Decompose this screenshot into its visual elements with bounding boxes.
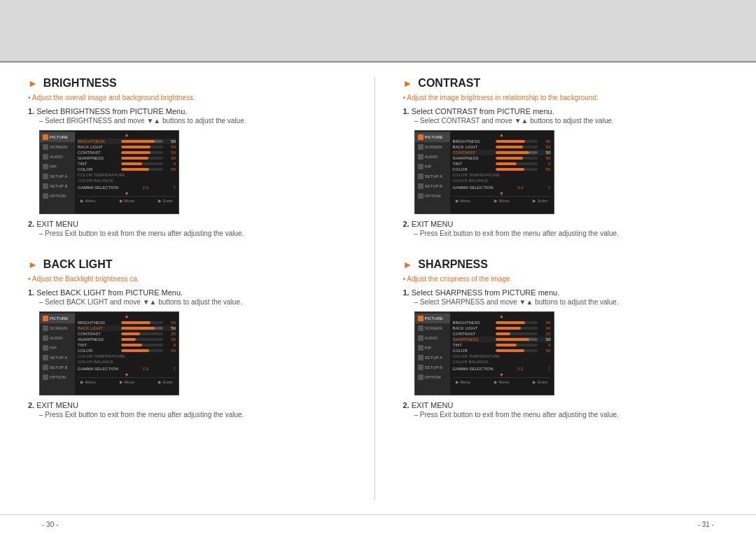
brightness-row-brightness: BRIGHTNESS 50 — [78, 139, 176, 144]
brightness-arrow-icon: ► — [28, 78, 38, 89]
sharpness-step1: 1. Select SHARPNESS from PICTURE menu. S… — [403, 288, 729, 306]
brightness-step1-text: Select BRIGHTNESS from PICTURE Menu. — [36, 107, 187, 115]
page-footer: - 30 - - 31 - — [0, 514, 756, 534]
backlight-title: ► BACK LIGHT — [28, 258, 354, 271]
contrast-step2: 2. EXIT MENU Press Exit button to exit f… — [403, 220, 729, 237]
left-column: ► BRIGHTNESS Adjust the overall image an… — [28, 77, 375, 500]
sharpness-highlight: Adjust the crispness of the image. — [403, 275, 729, 283]
backlight-step1-sub: Select BACK LIGHT and move ▼▲ buttons to… — [28, 298, 354, 306]
page-wrapper: ► BRIGHTNESS Adjust the overall image an… — [0, 0, 756, 534]
sidebar-setupb: SETUP B — [40, 181, 75, 191]
brightness-menu-main: ▲ BRIGHTNESS 50 BACK LIGHT 50 CONTR — [75, 131, 178, 213]
sharpness-row-sharpness: SHARPNESS 50 — [453, 337, 551, 342]
brightness-steps: 1. Select BRIGHTNESS from PICTURE Menu. … — [28, 107, 354, 125]
brightness-row-backlight: BACK LIGHT 50 — [78, 144, 176, 150]
right-column: ► CONTRAST Adjust the image brightness i… — [375, 77, 729, 500]
backlight-highlight: Adjust the Backlight brightness ca. — [28, 275, 354, 283]
backlight-menu-sidebar: PICTURE SCREEN AUDIO PIP SETUP A SETUP B… — [40, 312, 75, 395]
brightness-title: ► BRIGHTNESS — [28, 77, 354, 90]
sharpness-step1-text: Select SHARPNESS from PICTURE menu. — [412, 288, 560, 297]
backlight-heading: BACK LIGHT — [43, 258, 113, 271]
brightness-step1: 1. Select BRIGHTNESS from PICTURE Menu. … — [28, 107, 354, 125]
contrast-step1-text: Select CONTRAST from PICTURE menu. — [412, 107, 554, 115]
backlight-step1: 1. Select BACK LIGHT from PICTURE Menu. … — [28, 288, 354, 306]
contrast-menu-image: PICTURE SCREEN AUDIO PIP SETUP A SETUP B… — [414, 130, 554, 214]
brightness-step2-list: 2. EXIT MENU Press Exit button to exit f… — [28, 220, 354, 237]
content-area: ► BRIGHTNESS Adjust the overall image an… — [0, 63, 756, 514]
sidebar-setupa: SETUP A — [40, 171, 75, 181]
brightness-menu-image: PICTURE SCREEN AUDIO PIP — [39, 130, 179, 214]
sharpness-step2: 2. EXIT MENU Press Exit button to exit f… — [403, 401, 729, 419]
sharpness-arrow-icon: ► — [403, 259, 413, 270]
sharpness-heading: SHARPNESS — [418, 258, 488, 271]
brightness-row-colortemp: COLOR TEMPERATURE — [78, 172, 176, 178]
brightness-row-colorbal: COLOR BALANCE — [78, 178, 176, 183]
backlight-section: ► BACK LIGHT Adjust the Backlight bright… — [28, 258, 354, 419]
brightness-step2: 2. EXIT MENU Press Exit button to exit f… — [28, 220, 354, 237]
brightness-row-contrast: CONTRAST 50 — [78, 150, 176, 155]
contrast-heading: CONTRAST — [418, 77, 480, 90]
brightness-row-gamma: GAMMA SELECTION 2.2 ↕ — [78, 183, 176, 191]
backlight-menu-image: PICTURE SCREEN AUDIO PIP SETUP A SETUP B… — [39, 311, 179, 395]
sidebar-audio: AUDIO — [40, 152, 75, 162]
backlight-sidebar-picture: PICTURE — [40, 314, 75, 323]
brightness-row-color: COLOR 50 — [78, 167, 176, 172]
backlight-row-backlight: BACK LIGHT 50 — [78, 325, 176, 331]
contrast-row-contrast: CONTRAST 50 — [453, 150, 551, 155]
sidebar-pip: PIP — [40, 162, 75, 171]
left-page-number: - 30 - — [42, 521, 58, 528]
right-page-number: - 31 - — [698, 521, 714, 528]
sharpness-menu-image: PICTURE SCREEN AUDIO PIP SETUP A SETUP B… — [414, 311, 554, 395]
brightness-step1-sub: Select BRIGHTNESS and move ▼▲ buttons to… — [28, 117, 354, 125]
brightness-section: ► BRIGHTNESS Adjust the overall image an… — [28, 77, 354, 237]
contrast-arrow-icon: ► — [403, 78, 413, 89]
backlight-arrow-icon: ► — [28, 259, 38, 270]
contrast-step1: 1. Select CONTRAST from PICTURE menu. Se… — [403, 107, 729, 125]
brightness-menu-bottom: ▶ Menu▶ Move▶ Enter — [78, 196, 176, 204]
backlight-menu-main: ▲ BRIGHTNESS 50 BACK LIGHT 50 CONTR — [75, 312, 178, 395]
contrast-highlight: Adjust the image brightness in relations… — [403, 94, 729, 101]
sidebar-picture: PICTURE — [40, 132, 75, 142]
sidebar-screen: SCREEN — [40, 142, 75, 152]
sharpness-step1-sub: Select SHARPNESS and move ▼▲ buttons to … — [403, 298, 729, 306]
contrast-step1-sub: Select CONTRAST and move ▼▲ buttons to a… — [403, 117, 729, 125]
contrast-section: ► CONTRAST Adjust the image brightness i… — [403, 77, 729, 237]
brightness-step2-sub: Press Exit button to exit from the menu … — [28, 230, 354, 237]
brightness-row-tint: TINT 0 — [78, 161, 176, 167]
brightness-menu-sidebar: PICTURE SCREEN AUDIO PIP — [40, 131, 75, 213]
sharpness-title: ► SHARPNESS — [403, 258, 729, 271]
backlight-step1-text: Select BACK LIGHT from PICTURE Menu. — [36, 288, 183, 297]
sidebar-option: OPTION — [40, 191, 75, 201]
backlight-step2: 2. EXIT MENU Press Exit button to exit f… — [28, 401, 354, 419]
brightness-step2-text: EXIT MENU — [36, 220, 78, 228]
sharpness-section: ► SHARPNESS Adjust the crispness of the … — [403, 258, 729, 419]
top-bar — [0, 0, 756, 63]
backlight-steps: 1. Select BACK LIGHT from PICTURE Menu. … — [28, 288, 354, 306]
brightness-highlight: Adjust the overall image and background … — [28, 94, 354, 101]
brightness-heading: BRIGHTNESS — [43, 77, 117, 90]
brightness-row-sharpness: SHARPNESS 50 — [78, 155, 176, 161]
contrast-title: ► CONTRAST — [403, 77, 729, 90]
